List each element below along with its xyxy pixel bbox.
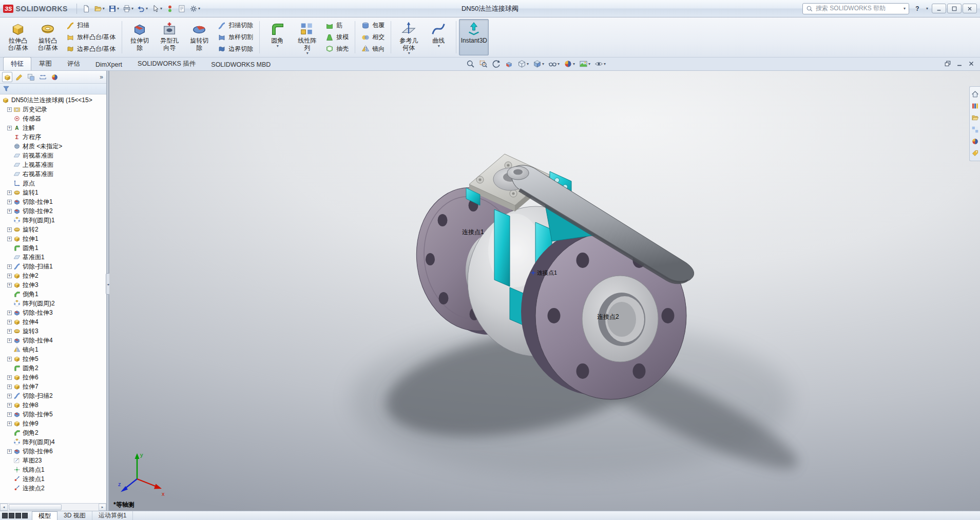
expand-icon[interactable]: + — [7, 200, 12, 204]
expand-icon[interactable]: + — [7, 375, 12, 380]
command-tab-4[interactable]: SOLIDWORKS 插件 — [130, 57, 203, 70]
expand-icon[interactable]: + — [7, 237, 12, 241]
search-dropdown-icon[interactable]: ▾ — [904, 7, 906, 11]
scrollbar-track[interactable] — [8, 504, 99, 511]
propertymanager-tab[interactable] — [14, 72, 24, 82]
select-button[interactable]: ▾ — [150, 4, 164, 14]
search-box[interactable]: 搜索 SOLIDWORKS 帮助 ▾ — [802, 3, 909, 14]
bottom-tab-1[interactable]: 3D 视图 — [57, 511, 92, 520]
tree-item[interactable]: 阵列(圆周)4 — [0, 437, 106, 447]
display-style-button[interactable]: ▾ — [531, 59, 546, 69]
tree-item[interactable]: +切除-扫描1 — [0, 262, 106, 271]
expand-icon[interactable]: + — [7, 227, 12, 232]
view-palette-tab[interactable] — [971, 126, 979, 133]
custom-properties-tab[interactable] — [971, 149, 979, 157]
tree-item[interactable]: +切除-拉伸2 — [0, 206, 106, 216]
tree-item[interactable]: 阵列(圆周)2 — [0, 299, 106, 308]
tree-item[interactable]: 连接点2 — [0, 484, 106, 493]
intersect-button[interactable]: 相交 — [359, 32, 387, 43]
open-document-button[interactable]: ▾ — [92, 4, 106, 14]
apply-scene-button[interactable]: ▾ — [578, 59, 592, 69]
swept-cut-button[interactable]: 扫描切除 — [215, 20, 256, 31]
expand-icon[interactable]: + — [7, 338, 12, 343]
tree-item[interactable]: +拉伸5 — [0, 354, 106, 363]
tree-item[interactable]: 上视基准面 — [0, 160, 106, 169]
tree-item[interactable]: +拉伸9 — [0, 419, 106, 428]
tree-item[interactable]: +历史记录 — [0, 105, 106, 114]
tree-item[interactable]: 材质 <未指定> — [0, 142, 106, 151]
design-library-tab[interactable] — [971, 102, 979, 110]
tree-item[interactable]: 倒角1 — [0, 290, 106, 299]
pane-button[interactable] — [22, 513, 28, 518]
solidworks-resources-tab[interactable] — [971, 90, 979, 98]
new-document-button[interactable] — [81, 4, 92, 14]
scroll-right-button[interactable] — [99, 504, 106, 511]
bottom-tab-0[interactable]: 模型 — [32, 511, 57, 520]
lofted-cut-button[interactable]: 放样切割 — [215, 32, 256, 43]
reference-geometry-button[interactable]: 参考几何体▾ — [394, 19, 424, 55]
expand-icon[interactable]: + — [7, 311, 12, 315]
expand-icon[interactable]: + — [7, 209, 12, 214]
tree-item[interactable]: +拉伸3 — [0, 280, 106, 290]
featuremanager-tab[interactable] — [2, 72, 12, 82]
expand-icon[interactable]: + — [7, 421, 12, 426]
expand-icon[interactable]: + — [7, 264, 12, 269]
zoom-to-fit-button[interactable] — [465, 59, 476, 69]
tree-item[interactable]: +切除-拉伸6 — [0, 447, 106, 456]
tree-item[interactable]: 原点 — [0, 179, 106, 188]
document-minimize-button[interactable] — [956, 60, 963, 67]
pane-button[interactable] — [9, 513, 14, 518]
tree-item[interactable]: 阵列(圆周)1 — [0, 216, 106, 225]
command-tab-0[interactable]: 特征 — [3, 57, 31, 70]
panel-overflow-chevron[interactable]: » — [100, 73, 104, 81]
expand-icon[interactable]: + — [7, 274, 12, 278]
expand-icon[interactable]: + — [7, 283, 12, 287]
boundary-boss-base-button[interactable]: 边界凸台/基体 — [64, 43, 118, 54]
hide-show-items-button[interactable]: ▾ — [547, 59, 561, 69]
undo-button[interactable]: ▾ — [136, 4, 149, 14]
panel-horizontal-scrollbar[interactable] — [0, 503, 106, 511]
expand-icon[interactable]: + — [7, 449, 12, 454]
file-explorer-tab[interactable] — [971, 114, 979, 122]
tree-item[interactable]: +拉伸6 — [0, 373, 106, 382]
expand-icon[interactable]: + — [7, 357, 12, 361]
extruded-cut-button[interactable]: 拉伸切除 — [125, 19, 155, 55]
expand-icon[interactable]: + — [7, 329, 12, 334]
tree-item[interactable]: 圆角1 — [0, 243, 106, 253]
extruded-boss-base-button[interactable]: 拉伸凸台/基体 — [3, 19, 33, 55]
tree-item[interactable]: +拉伸7 — [0, 382, 106, 391]
edit-appearance-button[interactable]: ▾ — [562, 59, 577, 69]
curves-button[interactable]: 曲线▾ — [424, 19, 453, 55]
view-settings-button[interactable]: ▾ — [593, 59, 607, 69]
mirror-button[interactable]: 镜向 — [359, 43, 387, 54]
save-button[interactable]: ▾ — [107, 4, 121, 14]
section-view-button[interactable] — [503, 59, 515, 69]
command-tab-5[interactable]: SOLIDWORKS MBD — [203, 59, 278, 70]
file-properties-button[interactable] — [176, 4, 187, 14]
tree-item[interactable]: Σ方程序 — [0, 132, 106, 142]
graphics-area[interactable]: 连接点1 连接点1 连接点2 y x z — [109, 71, 980, 511]
expand-icon[interactable]: + — [7, 403, 12, 408]
wrap-button[interactable]: 包覆 — [359, 20, 387, 31]
tree-item[interactable]: +旋转3 — [0, 326, 106, 336]
tree-item[interactable]: 线路点1 — [0, 465, 106, 474]
help-button[interactable]: ? — [912, 5, 923, 12]
previous-view-button[interactable] — [490, 59, 502, 69]
revolved-cut-button[interactable]: 旋转切除 — [184, 19, 214, 55]
expand-icon[interactable]: + — [7, 320, 12, 324]
tree-item[interactable]: +切除-拉伸4 — [0, 336, 106, 345]
lofted-boss-base-button[interactable]: 放样凸台/基体 — [64, 32, 118, 43]
tree-item[interactable]: +切除-拉伸5 — [0, 410, 106, 419]
tree-item[interactable]: +拉伸2 — [0, 271, 106, 280]
tree-item[interactable]: 基准面1 — [0, 253, 106, 262]
shell-button[interactable]: 抽壳 — [323, 43, 351, 54]
tree-item[interactable]: +切除-拉伸3 — [0, 308, 106, 317]
tree-item[interactable]: 连接点1 — [0, 474, 106, 484]
appearances-scenes-tab[interactable] — [971, 138, 979, 145]
scrollbar-thumb[interactable] — [9, 504, 62, 510]
expand-icon[interactable]: + — [7, 190, 12, 195]
tree-item[interactable]: +切除-拉伸1 — [0, 197, 106, 206]
configurationmanager-tab[interactable] — [26, 72, 36, 82]
help-dropdown-icon[interactable]: ▾ — [926, 7, 928, 11]
draft-button[interactable]: 拔模 — [323, 32, 351, 43]
